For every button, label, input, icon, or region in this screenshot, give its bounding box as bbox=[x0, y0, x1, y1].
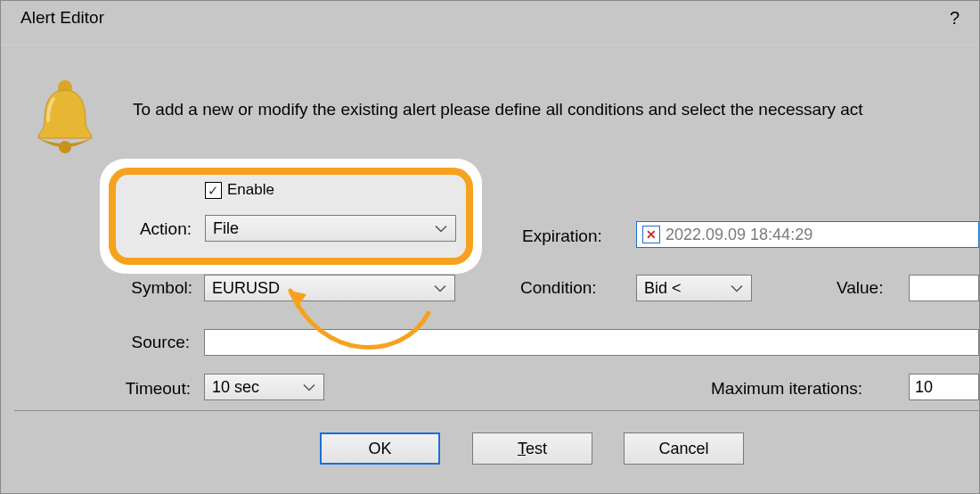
value-label: Value: bbox=[837, 278, 883, 298]
separator bbox=[14, 410, 979, 411]
chevron-down-icon bbox=[302, 378, 316, 397]
timeout-combo-value: 10 sec bbox=[212, 378, 259, 397]
dialog-body: To add a new or modify the existing aler… bbox=[1, 45, 979, 494]
source-label: Source: bbox=[118, 333, 190, 352]
test-button-label: Test bbox=[518, 440, 547, 458]
cancel-button-label: Cancel bbox=[658, 440, 708, 458]
enable-row: ✓ Enable bbox=[205, 181, 274, 199]
expiration-input[interactable]: ✕ 2022.09.09 18:44:29 bbox=[636, 221, 979, 248]
ok-button[interactable]: OK bbox=[320, 432, 440, 465]
condition-label: Condition: bbox=[520, 278, 597, 298]
cancel-button[interactable]: Cancel bbox=[624, 432, 744, 465]
source-input[interactable] bbox=[204, 329, 979, 356]
expiration-value: 2022.09.09 18:44:29 bbox=[666, 226, 813, 244]
action-label: Action: bbox=[125, 219, 192, 239]
ok-button-label: OK bbox=[368, 440, 391, 458]
timeout-label: Timeout: bbox=[102, 379, 191, 399]
enable-checkbox[interactable]: ✓ bbox=[205, 182, 222, 199]
alert-editor-dialog: Alert Editor ? To add a new or modify th… bbox=[0, 0, 980, 494]
timeout-combo[interactable]: 10 sec bbox=[204, 374, 324, 400]
svg-point-1 bbox=[59, 141, 71, 153]
chevron-down-icon bbox=[730, 279, 744, 298]
max-iterations-input[interactable]: 10 bbox=[909, 374, 979, 400]
chevron-down-icon bbox=[433, 279, 447, 298]
help-button[interactable]: ? bbox=[950, 8, 960, 29]
window-title: Alert Editor bbox=[20, 8, 104, 28]
expiration-label: Expiration: bbox=[522, 226, 602, 246]
bell-icon bbox=[29, 78, 101, 159]
max-iterations-label: Maximum iterations: bbox=[711, 379, 862, 399]
action-combo[interactable]: File bbox=[205, 215, 456, 242]
action-combo-value: File bbox=[213, 219, 239, 238]
symbol-label: Symbol: bbox=[117, 278, 192, 298]
max-iterations-value: 10 bbox=[915, 378, 933, 397]
enable-label: Enable bbox=[227, 181, 274, 199]
symbol-combo[interactable]: EURUSD bbox=[204, 275, 455, 301]
condition-combo[interactable]: Bid < bbox=[636, 275, 752, 301]
symbol-combo-value: EURUSD bbox=[212, 279, 280, 298]
dialog-description: To add a new or modify the existing aler… bbox=[133, 100, 863, 119]
highlight-callout: ✓ Enable Action: File bbox=[100, 159, 482, 274]
highlight-callout-inner: ✓ Enable Action: File bbox=[109, 168, 473, 265]
condition-combo-value: Bid < bbox=[644, 279, 682, 298]
value-input[interactable] bbox=[909, 275, 979, 301]
chevron-down-icon bbox=[434, 219, 448, 238]
test-button[interactable]: Test bbox=[472, 432, 592, 465]
expiration-clear-button[interactable]: ✕ bbox=[642, 226, 660, 243]
titlebar: Alert Editor ? bbox=[1, 1, 979, 45]
